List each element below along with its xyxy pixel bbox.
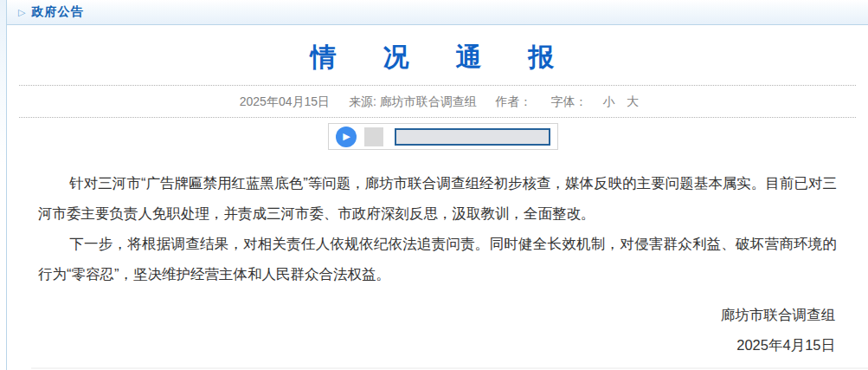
- page-left-gradient: [0, 0, 6, 165]
- font-size-label: 字体：: [550, 94, 587, 108]
- audio-progress-bar[interactable]: [395, 128, 550, 146]
- paragraph-2: 下一步，将根据调查结果，对相关责任人依规依纪依法追责问责。同时健全长效机制，对侵…: [38, 229, 837, 289]
- paragraph-1: 针对三河市“广告牌匾禁用红蓝黑底色”等问题，廊坊市联合调查组经初步核查，媒体反映…: [38, 168, 837, 229]
- signature-org: 廊坊市联合调查组: [40, 300, 835, 330]
- font-smaller-button[interactable]: 小: [602, 94, 614, 108]
- announcement-page: ▷ 政府公告 情 况 通 报 2025年04月15日 来源: 廊坊市联合调查组 …: [6, 0, 868, 370]
- font-larger-button[interactable]: 大: [627, 94, 639, 108]
- article-title: 情 况 通 报: [19, 38, 856, 76]
- signature-block: 廊坊市联合调查组 2025年4月15日: [19, 300, 856, 360]
- breadcrumb-gov-announcements-link[interactable]: 政府公告: [31, 4, 83, 20]
- article-content: 情 况 通 报 2025年04月15日 来源: 廊坊市联合调查组 作者： 字体：…: [7, 38, 868, 360]
- stop-button[interactable]: [364, 127, 383, 146]
- audio-player: ▶: [328, 123, 558, 150]
- author-label: 作者：: [496, 94, 532, 108]
- divider-bottom: [19, 117, 856, 118]
- breadcrumb-arrow-icon: ▷: [18, 8, 25, 17]
- publish-date: 2025年04月15日: [240, 94, 330, 108]
- breadcrumb-bar: ▷ 政府公告: [7, 0, 868, 25]
- source-label: 来源:: [349, 94, 376, 108]
- play-button[interactable]: ▶: [336, 127, 357, 147]
- source: 来源: 廊坊市联合调查组: [349, 94, 477, 108]
- signature-date: 2025年4月15日: [40, 330, 835, 360]
- bottom-divider: [31, 367, 868, 369]
- play-icon: ▶: [343, 132, 350, 141]
- source-value: 廊坊市联合调查组: [380, 94, 477, 108]
- article-meta: 2025年04月15日 来源: 廊坊市联合调查组 作者： 字体： 小 大: [19, 86, 856, 115]
- article-body: 针对三河市“广告牌匾禁用红蓝黑底色”等问题，廊坊市联合调查组经初步核查，媒体反映…: [19, 168, 856, 289]
